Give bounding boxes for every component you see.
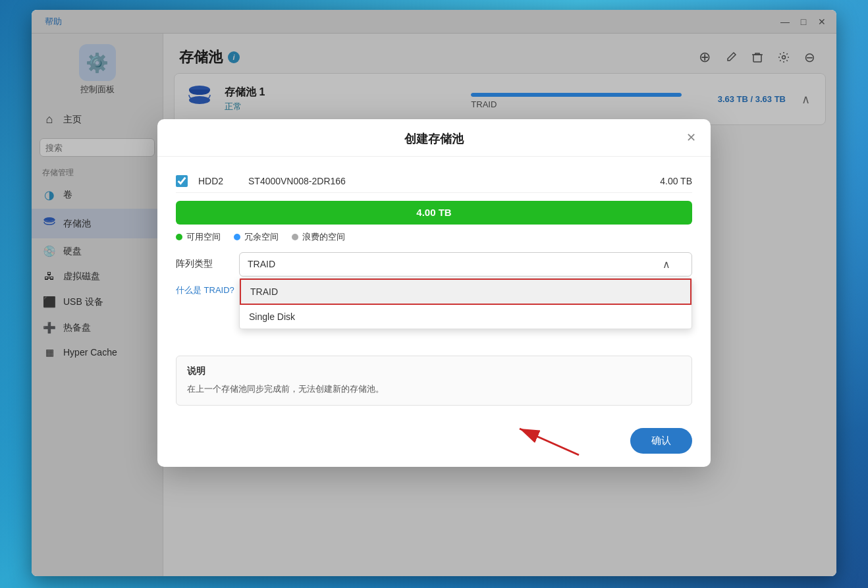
raid-type-select-wrapper: TRAID ∧ TRAID Single Disk (239, 252, 692, 277)
raid-type-select[interactable]: TRAID ∧ (239, 252, 692, 277)
raid-type-label: 阵列类型 (176, 258, 229, 270)
disk-row: HDD2 ST4000VN008-2DR166 4.00 TB (176, 170, 692, 193)
legend-redundant-label: 冗余空间 (244, 231, 279, 243)
chevron-up-icon: ∧ (663, 258, 670, 271)
dropdown-item-traid-label: TRAID (250, 286, 278, 297)
dropdown-item-traid[interactable]: TRAID (240, 279, 692, 305)
dialog-title: 创建存储池 (404, 131, 464, 147)
raid-type-dropdown: TRAID Single Disk (239, 278, 692, 329)
dialog-overlay: 创建存储池 ✕ HDD2 ST4000VN008-2DR166 4.00 TB … (32, 10, 836, 576)
legend-available-dot (176, 234, 182, 240)
desc-text: 在上一个存储池同步完成前，无法创建新的存储池。 (187, 383, 681, 396)
dialog-footer: 确认 (157, 419, 711, 467)
legend-redundant: 冗余空间 (234, 231, 279, 243)
dialog-close-button[interactable]: ✕ (682, 128, 700, 147)
disk-checkbox[interactable] (176, 175, 188, 187)
desc-box: 说明 在上一个存储池同步完成前，无法创建新的存储池。 (176, 356, 692, 406)
legend-available: 可用空间 (176, 231, 221, 243)
dialog-body: HDD2 ST4000VN008-2DR166 4.00 TB 4.00 TB … (157, 157, 711, 419)
dropdown-item-single-disk-label: Single Disk (249, 311, 295, 322)
legend-redundant-dot (234, 234, 240, 240)
legend-row: 可用空间 冗余空间 浪费的空间 (176, 231, 692, 243)
disk-model: ST4000VN008-2DR166 (248, 176, 649, 186)
disk-size: 4.00 TB (660, 176, 692, 186)
dialog-header: 创建存储池 ✕ (157, 119, 711, 157)
legend-wasted-label: 浪费的空间 (302, 231, 345, 243)
raid-type-value: TRAID (248, 259, 275, 269)
legend-wasted-dot (292, 234, 298, 240)
raid-type-field-row: 阵列类型 TRAID ∧ TRAID Single Disk (176, 252, 692, 277)
traid-help-link[interactable]: 什么是 TRAID? (176, 284, 234, 296)
legend-wasted: 浪费的空间 (292, 231, 345, 243)
desc-title: 说明 (187, 365, 681, 377)
legend-available-label: 可用空间 (186, 231, 221, 243)
dropdown-item-single-disk[interactable]: Single Disk (240, 305, 692, 329)
disk-name: HDD2 (198, 176, 238, 186)
create-pool-dialog: 创建存储池 ✕ HDD2 ST4000VN008-2DR166 4.00 TB … (157, 119, 711, 468)
storage-bar: 4.00 TB (176, 201, 692, 225)
app-window: 帮助 — □ ✕ ⚙️ 控制面板 ⌂ 主页 🔍 存储管理 ◑ (32, 10, 836, 576)
confirm-button[interactable]: 确认 (630, 428, 692, 454)
